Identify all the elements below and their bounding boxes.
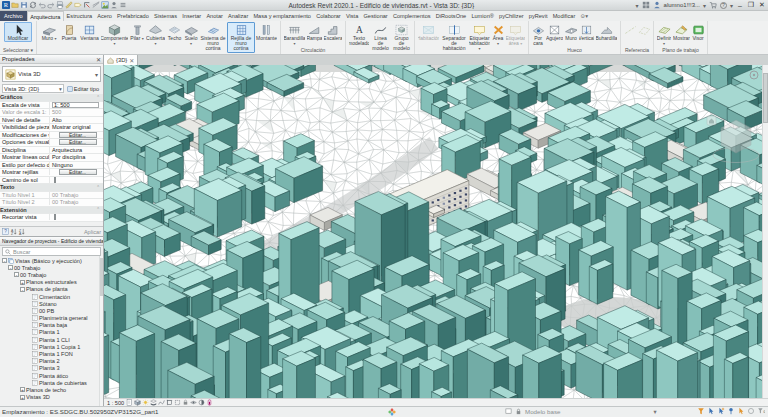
tree-item-planta-1-copia-1[interactable]: Planta 1 Copia 1 (0, 343, 103, 350)
browser-search[interactable]: Buscar (2, 247, 101, 256)
user-icon[interactable] (653, 1, 661, 9)
tree-item-00-pb[interactable]: 00 PB (0, 307, 103, 314)
ribbon-button-vertical[interactable]: Vertical (578, 22, 595, 42)
viewbar-lock[interactable] (182, 399, 189, 406)
ribbon-button-puerta[interactable]: Puerta (59, 22, 79, 42)
viewport-canvas[interactable] (104, 65, 768, 398)
tree-item-00-trabajo[interactable]: -00 Trabajo (0, 264, 103, 271)
ribbon-button-etiquetar-área[interactable]: Etiquetarárea ▾ (505, 22, 526, 47)
qat-measure[interactable] (65, 1, 73, 9)
tree-item-planos-de-techo[interactable]: +Planos de techo (0, 386, 103, 393)
tab-estructura[interactable]: Estructura (64, 11, 95, 21)
view-tab-3d[interactable]: {3D} ✕ (104, 55, 138, 65)
tree-item-planta-1-fon[interactable]: Planta 1 FON (0, 350, 103, 357)
viewbar-crop-show[interactable] (174, 399, 181, 406)
search-caret[interactable]: ▾ (636, 2, 639, 9)
view-scale[interactable]: 1 : 500 (107, 400, 124, 406)
qat-redo[interactable] (47, 1, 55, 9)
ribbon-button-área[interactable]: Área ▾ (491, 22, 505, 47)
restore-button[interactable]: ❐ (747, 1, 755, 9)
tree-item-sótano[interactable]: Sótano (0, 300, 103, 307)
ribbon-button-modificar[interactable]: Modificar (4, 22, 32, 42)
tree-item-planta-ático[interactable]: Planta ático (0, 372, 103, 379)
apply-button[interactable]: Aplicar (84, 229, 101, 235)
tree-item-00-trabajo[interactable]: -00 Trabajo (0, 271, 103, 278)
ribbon-button-rampa[interactable]: Rampa (306, 22, 323, 42)
viewbar-paper[interactable] (126, 399, 133, 406)
prop-checkbox[interactable] (54, 214, 56, 220)
tree-item-planos-estructurales[interactable]: +Planos estructurales (0, 279, 103, 286)
tab-pyrevit[interactable]: pyRevit (526, 11, 550, 21)
tree-item-planta-1-cli[interactable]: Planta 1 CLI (0, 336, 103, 343)
tab-vista[interactable]: Vista (343, 11, 361, 21)
status-cursor-blue[interactable] (707, 407, 715, 415)
ribbon-button-ref-plane[interactable] (637, 22, 651, 37)
ribbon-button-ventana[interactable]: Ventana (79, 22, 100, 42)
instance-selector[interactable]: Vista 3D: {3D}▾ (2, 84, 64, 93)
tab-prefabricado[interactable]: Prefabricado (115, 11, 152, 21)
ribbon-button-suelo[interactable]: Suelo ▾ (183, 22, 199, 47)
tab-acero[interactable]: Acero (95, 11, 115, 21)
ribbon-button-habitación[interactable]: Habitación (417, 22, 440, 42)
lock-icon[interactable] (515, 408, 522, 415)
ribbon-button-rejilla-de-muro-cortina[interactable]: Rejilla demuro cortina (227, 22, 255, 53)
qat-customize[interactable] (119, 1, 127, 9)
qat-sync[interactable] (29, 1, 37, 9)
viewbar-crop[interactable] (166, 399, 173, 406)
ribbon-button-buhardilla[interactable]: Buhardilla (595, 22, 618, 42)
qat-user[interactable] (110, 1, 118, 9)
status-pin-blue[interactable] (727, 407, 735, 415)
help-icon[interactable]: ? (720, 2, 727, 9)
ribbon-button-muro[interactable]: Muro (564, 22, 578, 42)
cart-icon[interactable] (709, 1, 717, 9)
qat-tag[interactable] (74, 1, 82, 9)
qat-undo[interactable] (38, 1, 46, 9)
tree-item-planta-de-cubiertas[interactable]: Planta de cubiertas (0, 379, 103, 386)
type-selector[interactable]: Vista 3D ▾ (2, 66, 101, 82)
ribbon-button-línea-de-modelo[interactable]: Línea demodelo (370, 22, 391, 53)
qat-render[interactable] (101, 1, 109, 9)
status-cursor-orange[interactable] (737, 407, 745, 415)
ribbon-button-texto-modelado[interactable]: ATextomodelado (348, 22, 370, 47)
ribbon-button-componente[interactable]: Componente ▾ (100, 22, 129, 47)
tree-item-cimentación[interactable]: Cimentación (0, 293, 103, 300)
viewbar-hide[interactable] (190, 399, 197, 406)
tab-pychilizer[interactable]: pyChilizer (496, 11, 526, 21)
ribbon-button-mostrar[interactable]: Mostrar (672, 22, 691, 42)
tab-lumion-[interactable]: Lumion® (469, 11, 497, 21)
tab-insertar[interactable]: Insertar (180, 11, 204, 21)
ribbon-button-techo[interactable]: Techo (166, 22, 183, 42)
minimize-button[interactable]: – (736, 2, 744, 9)
apps-icon[interactable] (642, 1, 650, 9)
tab-dirootsone[interactable]: DiRootsOne (433, 11, 469, 21)
status-circle[interactable] (747, 407, 755, 415)
viewbar-sun[interactable] (142, 399, 149, 406)
prop-section-texto[interactable]: Texto⌃ (0, 184, 103, 192)
qat-thin-lines[interactable] (92, 1, 100, 9)
prop-value-box[interactable]: 1: 500 (52, 102, 99, 109)
ribbon-button-separador-de-habitación[interactable]: Separadorde habitación (440, 22, 468, 53)
ribbon-button-visor[interactable]: Visor (691, 22, 705, 42)
sort-za-icon[interactable]: ZA (18, 228, 25, 235)
ribbon-button-pilar[interactable]: Pilar ▾ (129, 22, 145, 42)
tree-item-planta-2[interactable]: Planta 2 (0, 358, 103, 365)
ribbon-button-agujero[interactable]: Agujero (545, 22, 564, 42)
account-name[interactable]: alumno1!!!3... (664, 2, 700, 8)
status-filter-orange[interactable] (697, 407, 705, 415)
prop-edit-button[interactable]: Editar... (59, 132, 97, 138)
tree-item-planta-3[interactable]: Planta 3 (0, 365, 103, 372)
ribbon-button-por-cara[interactable]: Porcara (531, 22, 545, 47)
ribbon-button-definir[interactable]: Definir ▾ (656, 22, 672, 47)
tab-overflow[interactable]: ⊙▾ (578, 11, 591, 21)
ribbon-button-sistema-de-muro-cortina[interactable]: Sistema demuro cortina (199, 22, 227, 53)
tab-sistemas[interactable]: Sistemas (151, 11, 179, 21)
help-caret[interactable]: ▾ (730, 2, 733, 9)
tab-modificar[interactable]: Modificar (550, 11, 578, 21)
tree-item-vistas-básico-y-ejecución-[interactable]: -Vistas (Básico y ejecución) (0, 257, 103, 264)
close-button[interactable]: ✕ (758, 1, 766, 9)
viewbar-temp[interactable] (206, 399, 213, 406)
qat-section[interactable] (83, 1, 91, 9)
viewbar-mask[interactable] (198, 399, 205, 406)
account-caret[interactable]: ▾ (703, 2, 706, 9)
tree-item-planta-baja[interactable]: Planta baja (0, 322, 103, 329)
